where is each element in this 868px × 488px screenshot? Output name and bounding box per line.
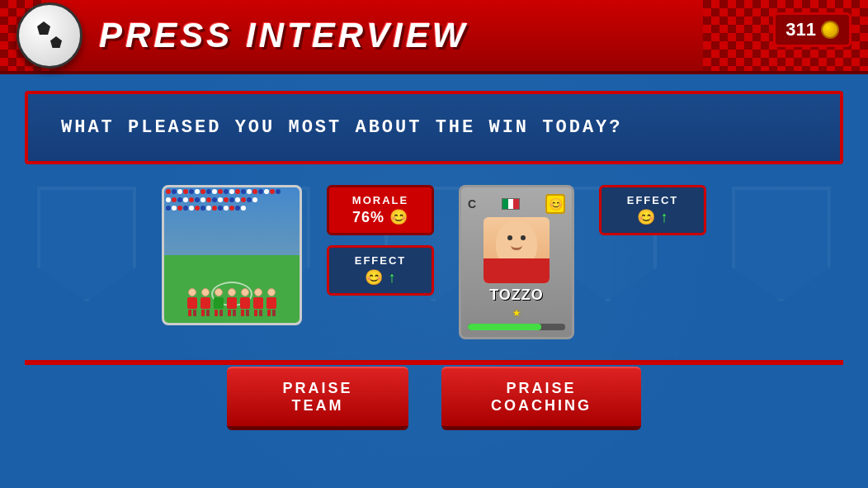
player-fig [253, 288, 263, 316]
coin-icon [821, 21, 839, 39]
soccer-ball-icon [17, 2, 83, 69]
player-fig [267, 288, 276, 316]
team-effect-value: 😊 ↑ [346, 268, 415, 287]
cards-area: MORALE 76% 😊 EFFECT 😊 ↑ C 😊 [25, 185, 843, 339]
player-effect-value: 😊 ↑ [618, 208, 687, 226]
player-flag-icon [502, 198, 520, 210]
player-fig [227, 288, 237, 316]
morale-value: 76% 😊 [346, 208, 415, 226]
card-top-row: C 😊 [468, 194, 565, 214]
rating-badge: 😊 [545, 194, 565, 214]
question-box: WHAT PLEASED YOU MOST ABOUT THE WIN TODA… [25, 91, 843, 164]
arrow-up-icon: ↑ [389, 270, 397, 285]
player-bar-fill [468, 324, 541, 330]
team-illustration [164, 187, 300, 323]
page-title: PRESS INTERVIEW [99, 16, 468, 55]
coin-badge: 311 [773, 12, 851, 47]
stadium-crowd [164, 187, 300, 262]
buttons-row: PRAISE TEAM PRAISE COACHING [25, 367, 843, 430]
player-star-icon: ★ [512, 304, 521, 320]
morale-box: MORALE 76% 😊 [327, 185, 434, 235]
player-effect-label: EFFECT [618, 194, 687, 206]
player-effect-box: EFFECT 😊 ↑ [599, 185, 706, 235]
player-fig [214, 288, 224, 316]
player-position: C [468, 197, 476, 211]
player-stats: EFFECT 😊 ↑ [599, 185, 706, 235]
player-fig [187, 288, 197, 316]
player-bar [468, 324, 565, 330]
team-stats: MORALE 76% 😊 EFFECT 😊 ↑ [327, 185, 434, 296]
player-fig [200, 288, 210, 316]
main-content: WHAT PLEASED YOU MOST ABOUT THE WIN TODA… [0, 74, 868, 447]
player-face [484, 217, 550, 283]
coin-count: 311 [785, 19, 816, 40]
players-row [164, 288, 300, 316]
header: PRESS INTERVIEW 311 [0, 0, 868, 74]
player-fig [240, 288, 250, 316]
team-effect-label: EFFECT [346, 254, 415, 267]
praise-coaching-button[interactable]: PRAISE COACHING [441, 367, 641, 430]
face-mouth [511, 245, 522, 250]
question-text: WHAT PLEASED YOU MOST ABOUT THE WIN TODA… [61, 117, 623, 138]
morale-label: MORALE [346, 194, 415, 206]
player-jersey [484, 258, 550, 283]
player-card: C 😊 TOZZO ★ [459, 185, 574, 339]
praise-team-button[interactable]: PRAISE TEAM [227, 367, 408, 430]
team-effect-box: EFFECT 😊 ↑ [327, 245, 434, 296]
face-eyes [507, 235, 526, 240]
red-divider [25, 360, 843, 365]
eye-left [507, 235, 512, 240]
team-card [162, 185, 302, 325]
player-name: TOZZO [489, 287, 544, 304]
player-arrow-up-icon: ↑ [661, 210, 669, 225]
eye-right [521, 235, 526, 240]
